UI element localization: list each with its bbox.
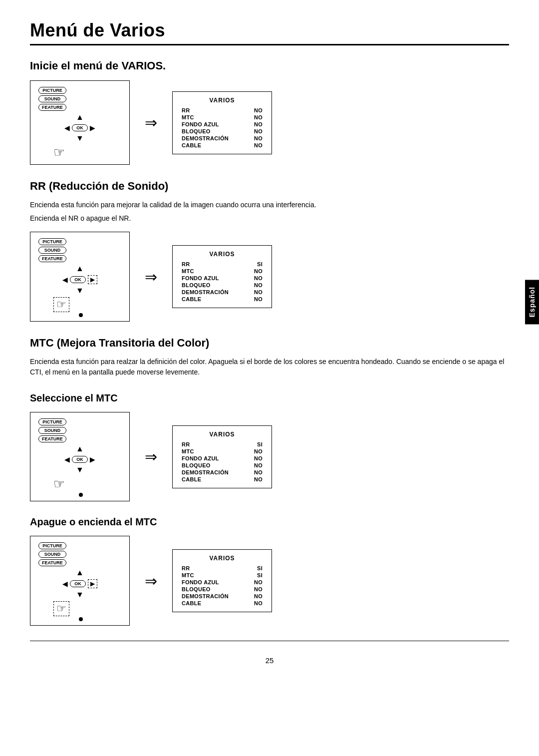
menu-label: CABLE: [182, 142, 250, 149]
menu-label: FONDO AZUL: [182, 121, 250, 128]
dot-indicator-3: [79, 493, 83, 497]
menu-label: BLOQUEO: [182, 462, 250, 469]
lr-ok-row-4: ◀ OK ▶: [62, 579, 97, 588]
menu-label: MTC: [182, 572, 250, 579]
menu-value: NO: [250, 579, 263, 586]
menu-value: NO: [250, 448, 263, 455]
menu-label: CABLE: [182, 600, 250, 607]
page-title: Menú de Varios: [30, 20, 509, 41]
menu-value: NO: [250, 142, 263, 149]
menu-value: NO: [250, 107, 263, 114]
left-arrow: ◀: [64, 124, 70, 132]
dot-indicator-2: [79, 313, 83, 317]
table-row: DEMOSTRACIÓNNO: [182, 289, 263, 296]
hand-icon-3: ☞: [53, 476, 65, 492]
table-row: FONDO AZULNO: [182, 275, 263, 282]
menu-label: FONDO AZUL: [182, 455, 250, 462]
ok-button-3: OK: [72, 456, 88, 463]
remote-top-buttons: PICTURE SOUND FEATURE: [38, 87, 66, 111]
dot-indicator-4: [79, 617, 83, 621]
varios-table-2: RRSI MTCNO FONDO AZULNO BLOQUEONO DEMOST…: [182, 261, 263, 303]
left-arrow-4: ◀: [62, 580, 68, 588]
diagram-row-2: PICTURE SOUND FEATURE ▲ ◀ OK ▶ ▼ ☞ ⇒ VAR…: [30, 232, 509, 322]
lr-ok-row-3: ◀ OK ▶: [64, 455, 95, 463]
menu-value: NO: [250, 455, 263, 462]
title-rule: [30, 44, 509, 45]
menu-value: NO: [250, 600, 263, 607]
table-row: MTCNO: [182, 268, 263, 275]
right-arrow: ▶: [90, 124, 95, 132]
varios-menu-4: VARIOS RRSI MTCSI FONDO AZULNO BLOQUEONO…: [172, 549, 272, 612]
varios-table-3: RRSI MTCNO FONDO AZULNO BLOQUEONO DEMOST…: [182, 441, 263, 483]
menu-value: NO: [250, 476, 263, 483]
menu-value: SI: [250, 261, 263, 268]
menu-value: SI: [250, 441, 263, 448]
sound-button-2: SOUND: [38, 247, 66, 254]
varios-menu-title-3: VARIOS: [182, 431, 263, 438]
menu-label: MTC: [182, 268, 250, 275]
menu-label: MTC: [182, 114, 250, 121]
up-arrow-4: ▲: [76, 568, 84, 577]
table-row: BLOQUEONO: [182, 462, 263, 469]
picture-button-4: PICTURE: [38, 542, 66, 549]
sound-button: SOUND: [38, 95, 66, 102]
diagram-row-4: PICTURE SOUND FEATURE ▲ ◀ OK ▶ ▼ ☞ ⇒ VAR…: [30, 536, 509, 626]
table-row: MTCNO: [182, 114, 263, 121]
menu-label: FONDO AZUL: [182, 579, 250, 586]
remote-control-3: PICTURE SOUND FEATURE ▲ ◀ OK ▶ ▼ ☞: [30, 412, 130, 501]
section-mtc-desc: Encienda esta función para realzar la de…: [30, 357, 509, 378]
down-arrow: ▼: [76, 134, 84, 143]
menu-label: BLOQUEO: [182, 282, 250, 289]
menu-value: NO: [250, 121, 263, 128]
menu-label: DEMOSTRACIÓN: [182, 469, 250, 476]
menu-value: NO: [250, 128, 263, 135]
table-row: RRSI: [182, 261, 263, 268]
varios-table-4: RRSI MTCSI FONDO AZULNO BLOQUEONO DEMOST…: [182, 565, 263, 607]
menu-label: RR: [182, 107, 250, 114]
menu-value: NO: [250, 593, 263, 600]
section-seleccione-title: Seleccione el MTC: [30, 392, 509, 404]
sound-button-3: SOUND: [38, 427, 66, 434]
hand-dashed-4: ☞: [53, 601, 69, 616]
table-row: FONDO AZULNO: [182, 121, 263, 128]
table-row: BLOQUEONO: [182, 128, 263, 135]
section-rr-title: RR (Reducción de Sonido): [30, 180, 509, 193]
menu-label: MTC: [182, 448, 250, 455]
hand-icon-1: ☞: [53, 145, 65, 160]
hand-dashed-box-4: ☞: [53, 601, 69, 616]
section-rr-desc2: Encienda el NR o apague el NR.: [30, 213, 509, 224]
varios-menu-3: VARIOS RRSI MTCNO FONDO AZULNO BLOQUEONO…: [172, 425, 272, 488]
section-apague: Apague o encienda el MTC PICTURE SOUND F…: [30, 516, 509, 626]
remote-top-buttons-3: PICTURE SOUND FEATURE: [38, 418, 66, 442]
varios-menu-2: VARIOS RRSI MTCNO FONDO AZULNO BLOQUEONO…: [172, 245, 272, 308]
menu-label: DEMOSTRACIÓN: [182, 135, 250, 142]
section-mtc: MTC (Mejora Transitoria del Color) Encie…: [30, 337, 509, 378]
section-mtc-title: MTC (Mejora Transitoria del Color): [30, 337, 509, 350]
menu-label: DEMOSTRACIÓN: [182, 289, 250, 296]
right-arrow-3: ▶: [90, 455, 95, 463]
menu-value: NO: [250, 282, 263, 289]
feature-button-4: FEATURE: [38, 559, 66, 566]
down-arrow-2: ▼: [76, 286, 84, 295]
ok-button: OK: [72, 124, 88, 131]
flow-arrow-3: ⇒: [145, 448, 157, 465]
ok-button-4: OK: [70, 580, 86, 587]
varios-menu-title-4: VARIOS: [182, 555, 263, 562]
section-inicie: Inicie el menú de VARIOS. PICTURE SOUND …: [30, 59, 509, 165]
remote-top-buttons-4: PICTURE SOUND FEATURE: [38, 542, 66, 566]
hand-dashed-2: ☞: [53, 297, 69, 312]
flow-arrow-1: ⇒: [145, 114, 157, 131]
menu-value: NO: [250, 275, 263, 282]
menu-label: FONDO AZUL: [182, 275, 250, 282]
table-row: BLOQUEONO: [182, 586, 263, 593]
varios-table-1: RRNO MTCNO FONDO AZULNO BLOQUEONO DEMOST…: [182, 107, 263, 149]
right-arrow-dashed-2: ▶: [88, 275, 97, 284]
menu-label: RR: [182, 441, 250, 448]
feature-button-3: FEATURE: [38, 435, 66, 442]
feature-button-2: FEATURE: [38, 255, 66, 262]
picture-button-3: PICTURE: [38, 418, 66, 425]
menu-value: SI: [250, 572, 263, 579]
remote-top-buttons-2: PICTURE SOUND FEATURE: [38, 238, 66, 262]
table-row: FONDO AZULNO: [182, 455, 263, 462]
table-row: FONDO AZULNO: [182, 579, 263, 586]
